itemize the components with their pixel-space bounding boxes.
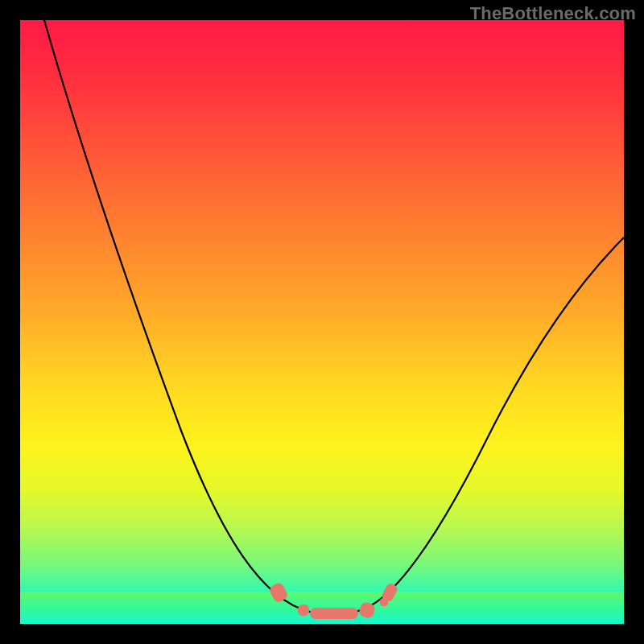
plot-area [20,20,624,624]
watermark-text: TheBottleneck.com [470,3,636,24]
chart-frame: TheBottleneck.com [0,0,644,644]
marker-point [310,608,358,619]
bottleneck-curve [20,20,624,624]
marker-point [298,605,309,616]
marker-point [380,598,388,606]
curve-path [44,20,624,614]
